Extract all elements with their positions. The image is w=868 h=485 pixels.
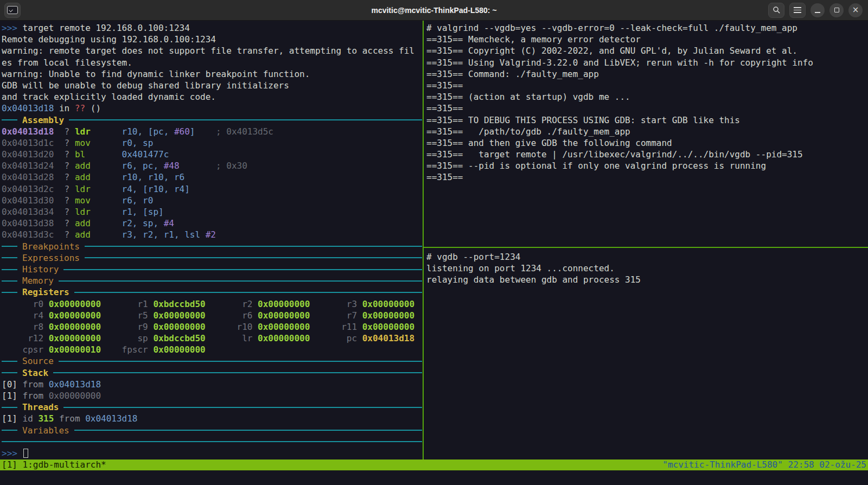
terminal-app-icon[interactable] xyxy=(4,3,21,18)
terminal-line: warning: remote target does not support … xyxy=(2,45,422,56)
tmux-status-bar: [1] 1:gdb-multiarch* "mcvitic-ThinkPad-L… xyxy=(0,460,868,470)
terminal-cursor xyxy=(23,449,28,458)
terminal-line: ==315== TO DEBUG THIS PROCESS USING GDB:… xyxy=(426,114,867,126)
terminal-line: cpsr 0x00000010 fpscr 0x00000000 xyxy=(2,344,422,355)
terminal-line: ==315== Copyright (C) 2002-2022, and GNU… xyxy=(426,45,867,56)
menu-icon xyxy=(794,7,801,13)
terminal-line: 0x04013d20 ? bl 0x401477c xyxy=(2,149,422,160)
terminal-line: Assembly xyxy=(2,114,422,126)
section-rule xyxy=(85,257,422,258)
section-rule xyxy=(74,430,422,431)
terminal-line: >>> xyxy=(2,448,422,459)
gdb-pane[interactable]: >>> target remote 192.168.0.100:1234Remo… xyxy=(2,22,422,460)
window-title: mcvitic@mcvitic-ThinkPad-L580: ~ xyxy=(0,6,868,15)
terminal-line: Variables xyxy=(2,425,422,436)
terminal-line: [1] from 0x00000000 xyxy=(2,390,422,401)
section-rule xyxy=(2,246,17,247)
terminal-line: and track explicitly loaded dynamic code… xyxy=(2,91,422,103)
terminal-line: r12 0x00000000 sp 0xbdccbd50 lr 0x000000… xyxy=(2,333,422,344)
terminal-line: relaying data between gdb and process 31… xyxy=(426,274,867,285)
titlebar: mcvitic@mcvitic-ThinkPad-L580: ~ × xyxy=(0,0,868,21)
terminal-line: ==315== (action at startup) vgdb me ... xyxy=(426,91,867,103)
terminal-line: 0x04013d2c ? ldr r4, [r10, r4] xyxy=(2,183,422,195)
maximize-button[interactable] xyxy=(829,3,844,17)
terminal-line: History xyxy=(2,264,422,275)
terminal-line: Source xyxy=(2,355,422,367)
section-title: Registers xyxy=(22,286,69,298)
terminal-line: Expressions xyxy=(2,252,422,264)
section-title: Breakpoints xyxy=(22,241,80,252)
section-rule xyxy=(63,269,422,270)
terminal-line: 0x04013d28 ? add r10, r10, r6 xyxy=(2,171,422,183)
terminal-line: 0x04013d3c ? add r3, r2, r1, lsl #2 xyxy=(2,229,422,240)
section-title: Memory xyxy=(22,275,54,286)
terminal-line: GDB will be unable to debug shared libra… xyxy=(2,80,422,91)
terminal-line: Threads xyxy=(2,401,422,413)
minimize-button[interactable] xyxy=(810,3,825,17)
tmux-horizontal-pane-border[interactable] xyxy=(424,247,868,248)
terminal-line: ==315== xyxy=(426,80,867,91)
terminal-line: Remote debugging using 192.168.0.100:123… xyxy=(2,34,422,45)
vgdb-pane[interactable]: # vgdb --port=1234listening on port 1234… xyxy=(426,251,867,458)
section-title: Stack xyxy=(22,367,48,379)
search-icon xyxy=(773,6,781,14)
terminal-line: r8 0x00000000 r9 0x00000000 r10 0x000000… xyxy=(2,321,422,333)
section-rule xyxy=(59,280,422,282)
section-rule xyxy=(2,372,17,373)
terminal-line: # vgdb --port=1234 xyxy=(426,251,867,263)
close-button[interactable]: × xyxy=(848,3,863,17)
minimize-icon xyxy=(815,12,820,13)
terminal-line: Memory xyxy=(2,275,422,286)
terminal-line: r0 0x00000000 r1 0xbdccbd50 r2 0x0000000… xyxy=(2,298,422,310)
section-rule xyxy=(2,280,17,282)
terminal-line: ==315== xyxy=(426,171,867,183)
terminal-line: 0x04013d1c ? mov r0, sp xyxy=(2,137,422,149)
section-rule xyxy=(2,430,17,431)
tmux-window-list[interactable]: [1] 1:gdb-multiarch* xyxy=(2,460,106,470)
terminal-body: >>> target remote 192.168.0.100:1234Remo… xyxy=(0,21,868,485)
section-rule xyxy=(2,292,17,293)
menu-button[interactable] xyxy=(789,3,806,18)
terminal-line: # valgrind --vgdb=yes --vgdb-error=0 --l… xyxy=(426,22,867,34)
terminal-line: listening on port 1234 ...connected. xyxy=(426,263,867,274)
terminal-line: >>> target remote 192.168.0.100:1234 xyxy=(2,22,422,34)
section-title: Variables xyxy=(22,425,69,436)
section-rule xyxy=(59,361,422,362)
terminal-line: 0x04013d18 ? ldr r10, [pc, #60] ; 0x4013… xyxy=(2,126,422,137)
terminal-line: ==315== Command: ./faulty_mem_app xyxy=(426,68,867,80)
terminal-line: ==315== /path/to/gdb ./faulty_mem_app xyxy=(426,126,867,137)
terminal-line: [1] id 315 from 0x04013d18 xyxy=(2,413,422,424)
section-title: History xyxy=(22,264,59,275)
close-icon: × xyxy=(852,6,859,14)
terminal-line: Registers xyxy=(2,286,422,298)
terminal-line: ==315== Using Valgrind-3.22.0 and LibVEX… xyxy=(426,57,867,68)
terminal-line: ==315== xyxy=(426,103,867,114)
terminal-line: [0] from 0x04013d18 xyxy=(2,379,422,390)
section-title: Source xyxy=(22,355,54,367)
terminal-line: ==315== and then give GDB the following … xyxy=(426,137,867,149)
section-rule xyxy=(2,407,17,408)
terminal-glyph xyxy=(7,6,18,14)
terminal-line: es from local filesystem. xyxy=(2,57,422,68)
section-rule xyxy=(63,407,422,408)
tmux-vertical-pane-border[interactable] xyxy=(423,21,424,460)
section-rule xyxy=(2,361,17,362)
section-rule xyxy=(85,246,422,247)
section-rule xyxy=(2,269,17,270)
valgrind-pane[interactable]: # valgrind --vgdb=yes --vgdb-error=0 --l… xyxy=(426,22,867,246)
search-button[interactable] xyxy=(768,3,784,18)
terminal-line: 0x04013d38 ? add r2, sp, #4 xyxy=(2,218,422,229)
section-title: Expressions xyxy=(22,252,80,264)
terminal-line: 0x04013d24 ? add r6, pc, #48 ; 0x30 xyxy=(2,160,422,171)
tmux-host-clock: "mcvitic-ThinkPad-L580" 22:58 02-ožu-25 xyxy=(662,460,866,470)
maximize-icon xyxy=(834,8,839,12)
section-rule xyxy=(2,119,17,120)
terminal-line: 0x04013d18 in ?? () xyxy=(2,103,422,114)
terminal-line: ==315== --pid is optional if only one va… xyxy=(426,160,867,171)
terminal-line: Breakpoints xyxy=(2,241,422,252)
terminal-line: Stack xyxy=(2,367,422,379)
section-title: Threads xyxy=(22,401,59,413)
terminal-line: 0x04013d30 ? mov r6, r0 xyxy=(2,195,422,206)
section-rule xyxy=(2,257,17,258)
terminal-window: mcvitic@mcvitic-ThinkPad-L580: ~ × xyxy=(0,0,868,485)
